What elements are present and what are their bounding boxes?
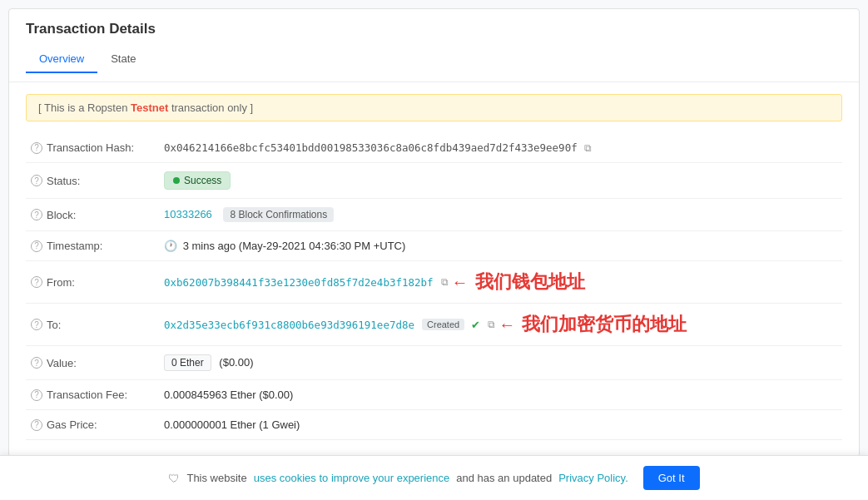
txfee-value-cell: 0.000845963 Ether ($0.00): [159, 380, 842, 410]
txfee-label-cell: ? Transaction Fee:: [26, 380, 159, 410]
value-eth-badge: 0 Ether: [164, 354, 211, 371]
notice-suffix: transaction only ]: [168, 101, 253, 114]
txfee-label: Transaction Fee:: [47, 389, 127, 401]
timestamp-label-cell: ? Timestamp:: [26, 231, 159, 261]
page-container: Transaction Details Overview State [ Thi…: [8, 8, 860, 458]
block-question-icon[interactable]: ?: [31, 209, 42, 220]
txhash-value: 0x046214166e8bcfc53401bdd00198533036c8a0…: [164, 141, 578, 154]
txfee-question-icon[interactable]: ?: [31, 389, 42, 401]
block-value-cell: 10333266 8 Block Confirmations: [159, 199, 842, 231]
gasprice-value: 0.000000001 Ether (1 Gwei): [164, 418, 300, 431]
to-check-icon: ✔: [471, 319, 480, 331]
from-row: ? From: 0xb62007b398441f33e1230e0fd85f7d…: [26, 261, 842, 304]
block-label: Block:: [47, 209, 76, 221]
to-label-cell: ? To:: [26, 304, 159, 346]
to-label: To:: [47, 319, 61, 331]
status-label-cell: ? Status:: [26, 163, 159, 199]
status-text: Success: [184, 175, 221, 186]
txhash-label-cell: ? Transaction Hash:: [26, 133, 159, 163]
notice-bar: [ This is a Ropsten Testnet transaction …: [26, 94, 842, 121]
from-arrow-icon: ←: [452, 273, 469, 292]
from-address-link[interactable]: 0xb62007b398441f33e1230e0fd85f7d2e4b3f18…: [164, 276, 434, 289]
txhash-row: ? Transaction Hash: 0x046214166e8bcfc534…: [26, 133, 842, 163]
gasprice-label-cell: ? Gas Price:: [26, 410, 159, 440]
to-value-cell: 0x2d35e33ecb6f931c8800b6e93d396191ee7d8e…: [159, 304, 842, 346]
txhash-value-cell: 0x046214166e8bcfc53401bdd00198533036c8a0…: [159, 133, 842, 163]
notice-prefix: [ This is a Ropsten: [38, 101, 131, 114]
from-label: From:: [47, 276, 75, 289]
status-question-icon[interactable]: ?: [31, 175, 42, 186]
timestamp-label: Timestamp:: [47, 240, 102, 252]
timestamp-question-icon[interactable]: ?: [31, 240, 42, 252]
value-value-cell: 0 Ether ($0.00): [159, 346, 842, 380]
to-address-link[interactable]: 0x2d35e33ecb6f931c8800b6e93d396191ee7d8e: [164, 319, 414, 331]
to-question-icon[interactable]: ?: [31, 319, 42, 330]
block-label-cell: ? Block:: [26, 199, 159, 231]
from-value-cell: 0xb62007b398441f33e1230e0fd85f7d2e4b3f18…: [159, 261, 842, 304]
from-annotation-text: 我们钱包地址: [475, 270, 585, 295]
block-confirmations-badge: 8 Block Confirmations: [223, 207, 334, 222]
cookie-banner: 🛡 This website uses cookies to improve y…: [0, 455, 868, 466]
timestamp-value-cell: 🕐 3 mins ago (May-29-2021 04:36:30 PM +U…: [159, 231, 842, 261]
page-header: Transaction Details Overview State: [9, 9, 859, 82]
status-value-cell: Success: [159, 163, 842, 199]
from-question-icon[interactable]: ?: [31, 276, 42, 288]
tab-state[interactable]: State: [97, 46, 149, 73]
from-label-cell: ? From:: [26, 261, 159, 304]
txfee-row: ? Transaction Fee: 0.000845963 Ether ($0…: [26, 380, 842, 410]
gasprice-row: ? Gas Price: 0.000000001 Ether (1 Gwei): [26, 410, 842, 440]
gasprice-question-icon[interactable]: ?: [31, 419, 42, 431]
txfee-value: 0.000845963 Ether ($0.00): [164, 389, 293, 401]
to-annotation-text: 我们加密货币的地址: [522, 312, 687, 337]
value-label: Value:: [47, 357, 77, 369]
txhash-copy-icon[interactable]: ⧉: [584, 142, 592, 154]
status-label: Status:: [47, 175, 80, 187]
tab-overview[interactable]: Overview: [26, 46, 97, 73]
clock-icon: 🕐: [164, 240, 177, 252]
block-row: ? Block: 10333266 8 Block Confirmations: [26, 199, 842, 231]
notice-testnet: Testnet: [131, 101, 168, 114]
detail-table: ? Transaction Hash: 0x046214166e8bcfc534…: [26, 133, 842, 440]
from-content: 0xb62007b398441f33e1230e0fd85f7d2e4b3f18…: [164, 270, 837, 295]
value-question-icon[interactable]: ?: [31, 357, 42, 369]
to-arrow-icon: ←: [498, 315, 515, 334]
status-dot: [173, 177, 180, 184]
gasprice-label: Gas Price:: [47, 418, 97, 431]
status-row: ? Status: Success: [26, 163, 842, 199]
value-usd: ($0.00): [219, 356, 253, 369]
status-badge: Success: [164, 171, 231, 190]
page-title: Transaction Details: [26, 21, 842, 37]
tabs-container: Overview State: [26, 46, 842, 73]
to-row: ? To: 0x2d35e33ecb6f931c8800b6e93d396191…: [26, 304, 842, 346]
to-copy-icon[interactable]: ⧉: [488, 319, 495, 330]
value-label-cell: ? Value:: [26, 346, 159, 380]
gasprice-value-cell: 0.000000001 Ether (1 Gwei): [159, 410, 842, 440]
content-area: [ This is a Ropsten Testnet transaction …: [9, 94, 859, 457]
to-created-badge: Created: [422, 319, 464, 330]
timestamp-row: ? Timestamp: 🕐 3 mins ago (May-29-2021 0…: [26, 231, 842, 261]
block-number-link[interactable]: 10333266: [164, 208, 212, 220]
timestamp-value: 3 mins ago (May-29-2021 04:36:30 PM +UTC…: [183, 240, 406, 252]
value-row: ? Value: 0 Ether ($0.00): [26, 346, 842, 380]
txhash-label: Transaction Hash:: [47, 141, 134, 154]
to-content: 0x2d35e33ecb6f931c8800b6e93d396191ee7d8e…: [164, 312, 837, 337]
txhash-question-icon[interactable]: ?: [31, 142, 42, 154]
from-copy-icon[interactable]: ⧉: [441, 276, 449, 288]
